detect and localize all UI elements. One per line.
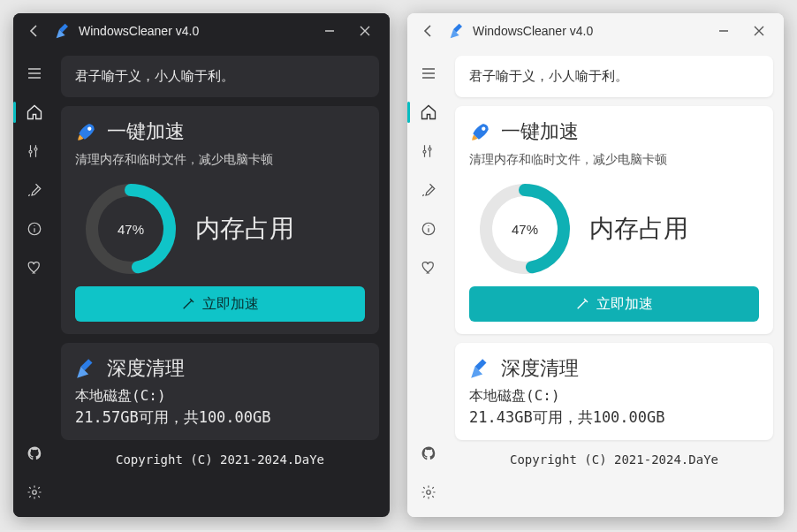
sidebar <box>13 49 56 517</box>
close-button[interactable] <box>741 17 777 45</box>
disk-label: 本地磁盘(C:) <box>75 387 365 406</box>
broom-icon <box>449 22 467 40</box>
nav-tools[interactable] <box>411 133 446 169</box>
info-icon <box>421 221 436 237</box>
tools-icon <box>27 143 42 159</box>
broom-icon <box>75 357 98 380</box>
sidebar <box>407 49 450 517</box>
svg-point-2 <box>33 490 37 495</box>
boost-head: 一键加速 <box>75 118 365 145</box>
github-icon <box>27 445 42 461</box>
close-icon <box>360 26 370 36</box>
svg-point-8 <box>427 490 431 495</box>
app-title: WindowsCleaner v4.0 <box>473 24 706 38</box>
boost-subtitle: 清理内存和临时文件，减少电脑卡顿 <box>469 152 759 168</box>
boost-subtitle: 清理内存和临时文件，减少电脑卡顿 <box>75 152 365 168</box>
github-icon <box>421 445 436 461</box>
boost-card: 一键加速 清理内存和临时文件，减少电脑卡顿 47% 内存占用 立即加速 <box>61 106 379 334</box>
disk-stats: 21.43GB可用，共100.00GB <box>469 407 759 428</box>
app-logo <box>448 21 467 41</box>
boost-title: 一键加速 <box>501 118 579 145</box>
gear-icon <box>421 484 436 500</box>
arrow-left-icon <box>421 24 436 38</box>
nav-home[interactable] <box>411 95 446 130</box>
window-body: 君子喻于义，小人喻于利。 一键加速 清理内存和临时文件，减少电脑卡顿 <box>407 49 784 517</box>
disk-label: 本地磁盘(C:) <box>469 387 759 406</box>
clean-title: 深度清理 <box>107 355 185 382</box>
brush-icon <box>421 182 436 198</box>
boost-title: 一键加速 <box>107 118 185 145</box>
clean-head: 深度清理 <box>75 355 365 382</box>
menu-icon <box>27 65 42 81</box>
back-button[interactable] <box>414 17 443 45</box>
memory-gauge: 47% <box>476 180 573 277</box>
copyright: Copyright (C) 2021-2024.DaYe <box>61 449 379 468</box>
main-content: 君子喻于义，小人喻于利。 一键加速 清理内存和临时文件，减少电脑卡顿 <box>450 49 784 517</box>
back-button[interactable] <box>20 17 49 45</box>
titlebar: WindowsCleaner v4.0 <box>13 13 390 49</box>
minimize-button[interactable] <box>312 17 347 45</box>
close-icon <box>754 26 764 36</box>
app-logo <box>54 21 73 41</box>
boost-card: 一键加速 清理内存和临时文件，减少电脑卡顿 47% 内存占用 立即加速 <box>455 106 773 334</box>
nav-settings[interactable] <box>17 475 52 510</box>
arrow-left-icon <box>27 24 42 38</box>
nav-menu-button[interactable] <box>411 56 446 91</box>
clean-title: 深度清理 <box>501 355 579 382</box>
close-button[interactable] <box>347 17 383 45</box>
boost-head: 一键加速 <box>469 118 759 145</box>
clean-head: 深度清理 <box>469 355 759 382</box>
rocket-icon <box>75 120 98 143</box>
quote-text: 君子喻于义，小人喻于利。 <box>469 68 628 83</box>
nav-menu-button[interactable] <box>17 56 52 91</box>
gauge-label: 内存占用 <box>589 212 688 246</box>
window-dark: WindowsCleaner v4.0 <box>13 13 390 517</box>
main-content: 君子喻于义，小人喻于利。 一键加速 清理内存和临时文件，减少电脑卡顿 <box>56 49 390 517</box>
minimize-button[interactable] <box>706 17 741 45</box>
clean-card: 深度清理 本地磁盘(C:) 21.43GB可用，共100.00GB <box>455 343 773 440</box>
gauge-percent: 47% <box>476 180 573 277</box>
nav-settings[interactable] <box>411 475 446 510</box>
home-icon <box>26 103 43 121</box>
tools-icon <box>421 143 436 159</box>
nav-clean[interactable] <box>17 172 52 208</box>
nav-github[interactable] <box>411 436 446 471</box>
svg-point-9 <box>482 127 485 131</box>
wand-icon <box>181 297 195 311</box>
rocket-icon <box>469 120 492 143</box>
clean-card: 深度清理 本地磁盘(C:) 21.57GB可用，共100.00GB <box>61 343 379 440</box>
boost-button-label: 立即加速 <box>596 295 653 314</box>
nav-github[interactable] <box>17 436 52 471</box>
disk-stats: 21.57GB可用，共100.00GB <box>75 407 365 428</box>
nav-favorite[interactable] <box>17 250 52 285</box>
gauge-percent: 47% <box>82 180 179 277</box>
titlebar: WindowsCleaner v4.0 <box>407 13 784 49</box>
quote-text: 君子喻于义，小人喻于利。 <box>75 68 234 83</box>
boost-button[interactable]: 立即加速 <box>469 286 759 322</box>
nav-favorite[interactable] <box>411 250 446 285</box>
broom-icon <box>469 357 492 380</box>
nav-info[interactable] <box>411 211 446 247</box>
nav-home[interactable] <box>17 95 52 130</box>
nav-clean[interactable] <box>411 172 446 208</box>
gear-icon <box>27 484 42 500</box>
nav-tools[interactable] <box>17 133 52 169</box>
broom-icon <box>55 22 72 40</box>
gauge-row: 47% 内存占用 <box>476 180 759 277</box>
window-body: 君子喻于义，小人喻于利。 一键加速 清理内存和临时文件，减少电脑卡顿 <box>13 49 390 517</box>
menu-icon <box>421 65 436 81</box>
boost-button[interactable]: 立即加速 <box>75 286 365 322</box>
info-icon <box>27 221 42 237</box>
brush-icon <box>27 182 42 198</box>
heart-icon <box>27 260 42 276</box>
heart-icon <box>421 260 436 276</box>
gauge-label: 内存占用 <box>195 212 294 246</box>
minimize-icon <box>324 26 335 36</box>
home-icon <box>420 103 437 121</box>
quote-card: 君子喻于义，小人喻于利。 <box>61 56 379 97</box>
nav-info[interactable] <box>17 211 52 247</box>
gauge-row: 47% 内存占用 <box>82 180 365 277</box>
memory-gauge: 47% <box>82 180 179 277</box>
wand-icon <box>575 297 589 311</box>
svg-point-3 <box>87 127 91 131</box>
